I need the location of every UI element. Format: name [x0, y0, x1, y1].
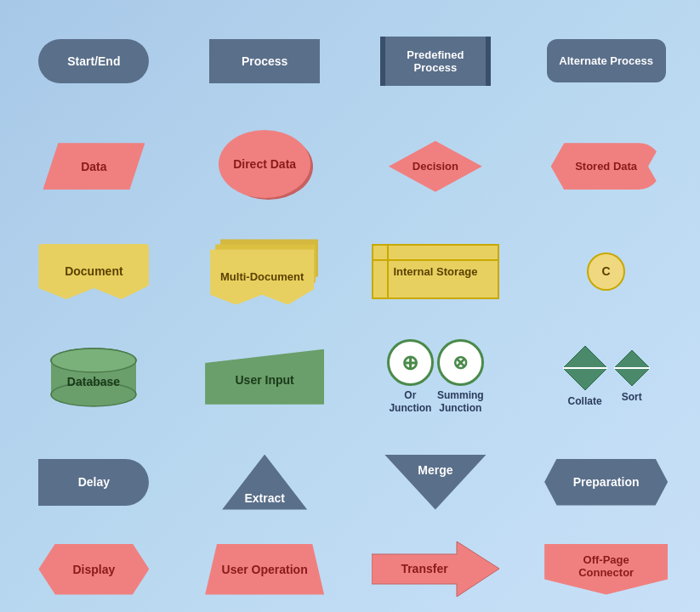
data-shape[interactable]: Data: [43, 143, 145, 190]
cell-data: Data: [9, 114, 179, 219]
collate-label: Collate: [568, 395, 602, 407]
cell-off-page-connector: Off-PageConnector: [521, 535, 691, 604]
svg-point-3: [51, 348, 136, 372]
cell-preparation: Preparation: [521, 429, 691, 535]
cell-decision: Decision: [350, 114, 521, 219]
or-junction-icon: ⊕: [401, 351, 418, 375]
multi-document-shape[interactable]: Multi-Document: [205, 237, 324, 305]
start-end-shape[interactable]: Start/End: [38, 39, 149, 83]
user-input-shape[interactable]: User Input: [205, 349, 324, 405]
transfer-shape[interactable]: Transfer: [372, 541, 499, 597]
cell-start-end: Start/End: [9, 8, 179, 114]
or-junction-label: OrJunction: [389, 389, 431, 414]
summing-junction-icon: ⊗: [452, 352, 468, 374]
cell-multi-document: Multi-Document: [179, 219, 350, 325]
cell-transfer: Transfer: [350, 535, 521, 604]
cell-connector: C: [521, 219, 691, 325]
off-page-connector-shape[interactable]: Off-PageConnector: [544, 544, 668, 595]
decision-shape[interactable]: Decision: [389, 141, 482, 192]
document-shape[interactable]: Document: [38, 244, 149, 299]
cell-process: Process: [179, 8, 350, 114]
sort-label: Sort: [622, 391, 642, 403]
cell-collate-sort: Collate Sort: [521, 324, 691, 429]
summing-junction-container: ⊗ SummingJunction: [437, 339, 484, 414]
collate-container: Collate: [563, 346, 607, 407]
sort-container: Sort: [614, 350, 650, 403]
or-junction-container: ⊕ OrJunction: [387, 339, 434, 414]
connector-shape[interactable]: C: [587, 252, 625, 291]
cell-direct-data: Direct Data: [179, 114, 350, 219]
cell-user-operation: User Operation: [179, 535, 350, 604]
cell-junctions: ⊕ OrJunction ⊗ SummingJunction: [350, 324, 521, 429]
internal-storage-shape[interactable]: Internal Storage: [372, 244, 499, 299]
svg-text:Transfer: Transfer: [401, 562, 448, 575]
cell-alternate-process: Alternate Process: [521, 8, 691, 114]
user-operation-shape[interactable]: User Operation: [205, 544, 324, 595]
direct-data-shape[interactable]: Direct Data: [219, 130, 310, 198]
cell-user-input: User Input: [179, 324, 350, 429]
cell-stored-data: Stored Data: [521, 114, 691, 219]
cell-merge: Merge: [350, 429, 521, 535]
or-junction-shape[interactable]: ⊕: [387, 339, 434, 386]
cell-delay: Delay: [9, 429, 179, 535]
display-shape[interactable]: Display: [38, 544, 149, 595]
database-shape[interactable]: Database: [43, 345, 145, 409]
cell-display: Display: [9, 535, 179, 604]
cell-extract: Extract: [179, 429, 350, 535]
process-shape[interactable]: Process: [209, 39, 320, 83]
preparation-shape[interactable]: Preparation: [544, 459, 668, 506]
extract-shape[interactable]: Extract: [222, 455, 307, 510]
cell-document: Document: [9, 219, 179, 325]
collate-shape[interactable]: [563, 346, 607, 390]
summing-junction-shape[interactable]: ⊗: [437, 339, 484, 386]
merge-shape[interactable]: Merge: [384, 455, 487, 510]
cell-database: Database: [9, 324, 179, 429]
sort-shape[interactable]: [614, 350, 650, 386]
stored-data-shape[interactable]: Stored Data: [551, 143, 662, 190]
predefined-process-shape[interactable]: PredefinedProcess: [380, 37, 491, 86]
cell-predefined-process: PredefinedProcess: [350, 8, 521, 114]
summing-junction-label: SummingJunction: [437, 389, 484, 414]
svg-text:Database: Database: [67, 375, 120, 388]
alternate-process-shape[interactable]: Alternate Process: [547, 39, 666, 82]
multi-doc-front: Multi-Document: [210, 249, 314, 304]
cell-internal-storage: Internal Storage: [350, 219, 521, 325]
delay-shape[interactable]: Delay: [38, 459, 149, 506]
